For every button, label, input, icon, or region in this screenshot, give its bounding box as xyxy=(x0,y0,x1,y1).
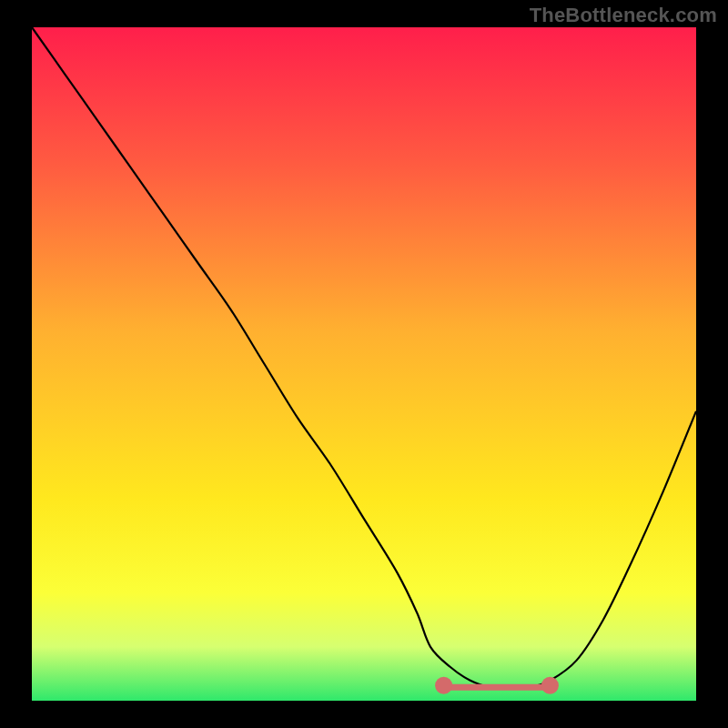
bottleneck-chart xyxy=(0,0,728,728)
optimal-zone-end-dot xyxy=(541,677,559,694)
plot-background xyxy=(32,27,696,701)
optimal-zone-start-dot xyxy=(435,677,452,694)
watermark-text: TheBottleneck.com xyxy=(530,4,717,27)
chart-frame: TheBottleneck.com xyxy=(0,0,728,728)
